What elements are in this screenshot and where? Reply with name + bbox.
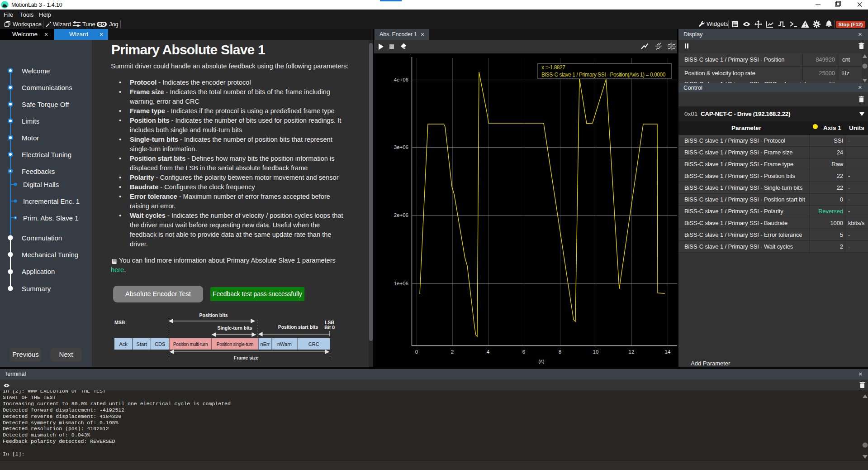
svg-text:Ack: Ack — [119, 341, 128, 347]
svg-text:2: 2 — [451, 349, 454, 355]
svg-text:12: 12 — [629, 349, 635, 355]
svg-text:3e+06: 3e+06 — [394, 144, 408, 150]
svg-text:BiSS-C slave 1 / Primary SSI -: BiSS-C slave 1 / Primary SSI - Position(… — [541, 72, 666, 78]
svg-text:6: 6 — [522, 349, 525, 355]
svg-text:nWarn: nWarn — [277, 341, 292, 347]
svg-text:Start: Start — [137, 341, 147, 347]
svg-text:x =-1.8827: x =-1.8827 — [541, 64, 565, 71]
svg-text:Frame size: Frame size — [234, 355, 258, 360]
svg-text:Bit 0: Bit 0 — [324, 325, 335, 330]
svg-text:2e+06: 2e+06 — [394, 212, 408, 218]
svg-text:Single-turn bits: Single-turn bits — [218, 325, 252, 331]
svg-text:Position single-turn: Position single-turn — [217, 342, 254, 347]
svg-text:10: 10 — [593, 349, 599, 355]
svg-text:CRC: CRC — [308, 341, 319, 347]
svg-text:MSB: MSB — [114, 320, 125, 325]
svg-text:Position bits: Position bits — [199, 312, 228, 318]
svg-text:1e+06: 1e+06 — [394, 281, 408, 286]
svg-text:Position multi-turn: Position multi-turn — [173, 342, 208, 347]
svg-text:4e+06: 4e+06 — [394, 77, 408, 82]
svg-text:CDS: CDS — [155, 341, 165, 347]
svg-text:(s): (s) — [538, 359, 545, 364]
svg-text:0: 0 — [415, 349, 418, 355]
svg-text:14: 14 — [665, 349, 671, 355]
svg-text:Position start bits: Position start bits — [278, 324, 318, 330]
svg-text:4: 4 — [487, 349, 490, 355]
svg-text:8: 8 — [559, 349, 561, 355]
svg-text:nErr: nErr — [261, 341, 270, 347]
